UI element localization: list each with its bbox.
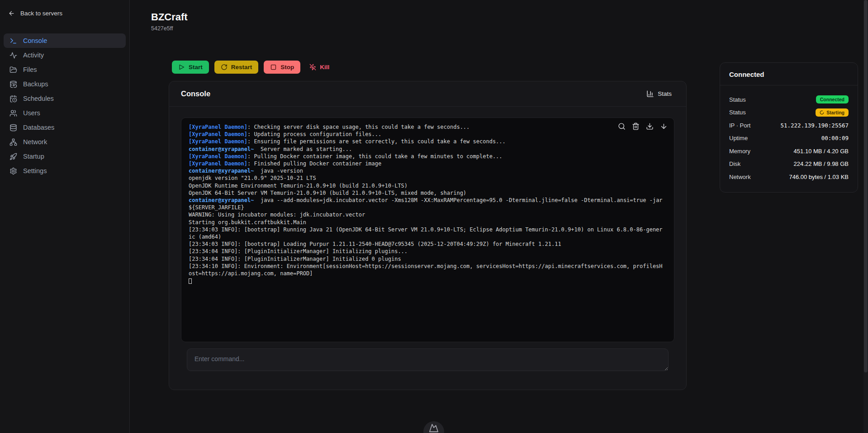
download-logs-button[interactable] [646, 122, 654, 130]
sidebar-item-label: Settings [23, 167, 47, 174]
sidebar-item-schedules[interactable]: Schedules [4, 91, 126, 106]
sidebar-item-network[interactable]: Network [4, 135, 126, 149]
page-scrollbar[interactable] [863, 0, 868, 433]
power-controls: Start Restart Stop Kill [172, 61, 333, 74]
status-row: Disk224.22 MB / 9.98 GB [729, 158, 849, 171]
status-row-label: Network [729, 174, 751, 180]
console-line: OpenJDK Runtime Environment Temurin-21.0… [189, 182, 664, 189]
kill-button[interactable]: Kill [306, 61, 333, 74]
status-row-value: 451.10 MB / 4.20 GB [794, 148, 849, 155]
sidebar-item-databases[interactable]: Databases [4, 120, 126, 135]
console-card-body: [XyraPanel Daemon]: Checking server disk… [169, 107, 686, 371]
console-line: container@xyrapanel~ java -version [189, 167, 664, 174]
status-row: IP · Port51.222.139.190:25567 [729, 119, 849, 132]
status-badge: Starting [816, 108, 849, 117]
clear-console-button[interactable] [632, 122, 640, 130]
rocket-icon [9, 153, 17, 160]
activity-icon [9, 52, 17, 59]
status-panel: Connected StatusConnectedStatusStartingI… [720, 62, 858, 193]
trash-icon [632, 122, 640, 130]
terminal-cursor [189, 278, 192, 284]
app-root: Back to servers ConsoleActivityFilesBack… [0, 0, 868, 433]
scrollbar-thumb[interactable] [864, 0, 868, 372]
spinner-icon [820, 110, 824, 115]
console-line: WARNING: Using incubator modules: jdk.in… [189, 211, 664, 218]
console-line: [XyraPanel Daemon]: Pulling Docker conta… [189, 153, 664, 160]
console-line: [XyraPanel Daemon]: Checking server disk… [189, 123, 664, 131]
console-line: [XyraPanel Daemon]: Updating process con… [189, 131, 664, 138]
sidebar-item-label: Users [23, 109, 40, 117]
scroll-to-bottom-button[interactable] [660, 122, 668, 130]
console-card: Console Stats [XyraPanel Daemon]: Checki… [169, 81, 687, 390]
mountain-icon [429, 423, 439, 433]
console-line: [23:34:03 INFO]: [bootstrap] Loading Pur… [189, 240, 664, 248]
sidebar-item-label: Schedules [23, 95, 54, 102]
console-output[interactable]: [XyraPanel Daemon]: Checking server disk… [181, 118, 674, 342]
square-icon [270, 64, 277, 71]
back-to-servers-label: Back to servers [20, 10, 62, 17]
command-input[interactable] [187, 348, 669, 371]
terminal-icon [9, 37, 17, 45]
console-line: OpenJDK 64-Bit Server VM Temurin-21.0.9+… [189, 189, 664, 197]
zap-off-icon [309, 64, 316, 71]
arrow-down-icon [660, 122, 668, 130]
status-row: Network746.00 bytes / 1.03 KB [729, 170, 849, 184]
sidebar-item-label: Console [23, 37, 47, 44]
sidebar-item-label: Network [23, 138, 47, 146]
calendar-clock-icon [9, 95, 17, 103]
status-row: StatusStarting [729, 106, 849, 119]
console-line: [XyraPanel Daemon]: Ensuring file permis… [189, 138, 664, 145]
status-row-value: 00:00:09 [821, 135, 849, 141]
settings-icon [9, 167, 17, 175]
status-row-label: Disk [729, 160, 740, 167]
sidebar-item-activity[interactable]: Activity [4, 48, 126, 62]
network-icon [9, 138, 17, 146]
sidebar-item-label: Startup [23, 153, 44, 160]
console-line: [23:34:04 INFO]: [PluginInitializerManag… [189, 255, 664, 263]
sidebar-item-label: Databases [23, 124, 54, 131]
sidebar-item-backups[interactable]: Backups [4, 77, 126, 91]
stop-button[interactable]: Stop [264, 61, 300, 74]
console-line: [23:34:10 INFO]: Environment: Environmen… [189, 263, 664, 277]
status-panel-title: Connected [720, 63, 858, 85]
sidebar-nav: ConsoleActivityFilesBackupsSchedulesUser… [4, 33, 126, 178]
database-icon [9, 124, 17, 132]
users-icon [9, 109, 17, 117]
status-row-value: 224.22 MB / 9.98 GB [794, 160, 849, 167]
status-row-value: 51.222.139.190:25567 [780, 122, 849, 129]
sidebar-item-label: Backups [23, 80, 48, 88]
play-icon [178, 64, 185, 71]
start-button[interactable]: Start [172, 61, 209, 74]
sidebar-item-settings[interactable]: Settings [4, 164, 126, 178]
console-line: [XyraPanel Daemon]: Finished pulling Doc… [189, 160, 664, 167]
download-icon [646, 122, 654, 130]
back-to-servers-link[interactable]: Back to servers [8, 10, 121, 17]
console-card-header: Console Stats [169, 81, 686, 107]
console-line: [23:34:04 INFO]: [PluginInitializerManag… [189, 248, 664, 255]
sidebar-item-users[interactable]: Users [4, 106, 126, 120]
restart-button[interactable]: Restart [214, 61, 259, 74]
console-line: container@xyrapanel~ java --add-modules=… [189, 197, 664, 211]
server-name: BZCraft [151, 12, 188, 23]
stats-button[interactable]: Stats [644, 89, 674, 98]
database-backup-icon [9, 80, 17, 88]
search-logs-button[interactable] [618, 122, 626, 130]
bar-chart-icon [646, 90, 654, 98]
status-row-label: IP · Port [729, 122, 750, 129]
status-row-label: Status [729, 109, 746, 116]
sidebar-item-startup[interactable]: Startup [4, 149, 126, 164]
status-panel-rows: StatusConnectedStatusStartingIP · Port51… [720, 85, 858, 192]
status-row-label: Memory [729, 148, 750, 155]
console-line: container@xyrapanel~ Server marked as st… [189, 146, 664, 153]
sidebar-item-label: Files [23, 66, 37, 73]
rotate-cw-icon [221, 64, 228, 71]
console-cursor-line [189, 277, 664, 284]
sidebar-item-label: Activity [23, 52, 44, 59]
folder-open-icon [9, 66, 17, 74]
sidebar-item-console[interactable]: Console [4, 33, 126, 48]
sidebar-item-files[interactable]: Files [4, 62, 126, 77]
console-line: openjdk version "21.0.9" 2025-10-21 LTS [189, 174, 664, 182]
console-line: [23:34:03 INFO]: [bootstrap] Running Jav… [189, 226, 664, 240]
status-row: StatusConnected [729, 93, 849, 106]
status-row: Uptime00:00:09 [729, 132, 849, 145]
